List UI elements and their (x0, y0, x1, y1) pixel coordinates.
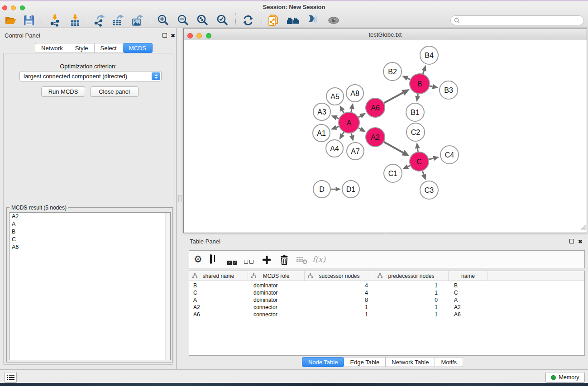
tab-network-table[interactable]: Network Table (386, 357, 435, 367)
node-table[interactable]: shared name MCDS role successor nodes pr… (189, 271, 585, 356)
table-cell[interactable]: dominator (248, 282, 305, 289)
gear-icon[interactable]: ⚙ (194, 254, 202, 264)
table-cell[interactable]: connector (248, 311, 305, 318)
column-header-shared-name[interactable]: shared name (189, 271, 248, 281)
mcds-result-list[interactable]: A2ABCA6 (9, 212, 171, 360)
tab-motifs[interactable]: Motifs (435, 357, 463, 367)
tab-node-table[interactable]: Node Table (302, 357, 344, 367)
table-row[interactable]: Adominator80A (189, 296, 584, 304)
result-item[interactable]: B (10, 228, 170, 236)
network-canvas[interactable]: B4B2BB3B1A5A8A3A6AA1A4A7A2C2CC4C1C3DD1 (184, 41, 587, 233)
tab-style[interactable]: Style (69, 43, 95, 53)
tab-edge-table[interactable]: Edge Table (344, 357, 386, 367)
edge-C-C1[interactable] (408, 166, 410, 167)
zoom-selected-icon[interactable] (216, 14, 229, 27)
table-cell[interactable]: A (189, 296, 248, 304)
edge-A-A8[interactable] (351, 109, 352, 112)
edge-A-A5[interactable] (343, 110, 344, 113)
hide-details-icon[interactable] (306, 14, 319, 27)
close-panel-icon[interactable]: ✖ (171, 33, 175, 38)
refresh-icon[interactable] (242, 14, 254, 27)
clone-network-icon[interactable] (268, 14, 280, 27)
table-cell[interactable]: 1 (305, 311, 374, 318)
add-column-icon[interactable] (262, 255, 272, 267)
table-cell[interactable]: C (449, 289, 488, 296)
float-panel-icon[interactable] (163, 33, 167, 38)
table-cell[interactable]: B (449, 282, 488, 289)
result-item[interactable]: A2 (10, 213, 170, 220)
edge-A-A2[interactable] (359, 128, 360, 129)
table-cell[interactable]: B (189, 282, 248, 289)
import-network-icon[interactable] (48, 14, 61, 27)
splitter-grip-vertical[interactable] (178, 195, 182, 202)
import-table-icon[interactable] (69, 14, 81, 27)
close-panel-button[interactable]: Close panel (90, 86, 139, 97)
split-panel-icon[interactable] (210, 255, 212, 263)
table-cell[interactable]: 1 (374, 311, 449, 318)
edge-A-A6[interactable] (359, 116, 361, 117)
table-row[interactable]: A2connector11A2 (189, 304, 584, 311)
edge-A-A1[interactable] (336, 126, 339, 127)
table-cell[interactable]: dominator (248, 289, 305, 296)
memory-button[interactable]: Memory (545, 372, 585, 383)
result-item[interactable]: C (10, 236, 170, 243)
export-network-icon[interactable] (93, 14, 105, 27)
table-row[interactable]: Bdominator41B (189, 282, 584, 289)
export-image-icon[interactable] (131, 14, 144, 27)
tab-mcds[interactable]: MCDS (123, 43, 153, 53)
edge-A6-B[interactable] (384, 93, 403, 103)
network-window-titlebar[interactable]: testGlobe.txt (184, 29, 587, 40)
home-icon[interactable] (287, 14, 299, 27)
edge-A-A3[interactable] (337, 118, 339, 119)
select-all-icon[interactable]: ✓✓ (227, 257, 238, 266)
table-cell[interactable]: dominator (248, 296, 305, 304)
criterion-select[interactable]: largest connected component (directed) (19, 71, 162, 81)
result-item[interactable]: A (10, 220, 170, 228)
table-cell[interactable]: 1 (374, 282, 449, 289)
table-cell[interactable]: connector (248, 304, 305, 311)
eye-icon[interactable] (327, 14, 339, 27)
table-cell[interactable]: A2 (189, 304, 248, 311)
edge-B-B2[interactable] (407, 78, 410, 80)
open-file-icon[interactable] (4, 14, 17, 27)
edge-A-A7[interactable] (351, 133, 352, 135)
resize-grip-icon[interactable] (580, 224, 586, 232)
edge-B-B3[interactable] (430, 86, 432, 86)
save-session-icon[interactable] (23, 14, 35, 27)
table-cell[interactable]: 1 (305, 304, 374, 311)
table-cell[interactable]: 0 (374, 296, 449, 304)
result-scrollbar[interactable] (165, 213, 170, 360)
unselect-all-icon[interactable] (244, 257, 255, 266)
table-cell[interactable]: A6 (189, 311, 248, 318)
edge-C-C3[interactable] (422, 171, 424, 175)
table-cell[interactable]: C (189, 289, 248, 296)
tab-network[interactable]: Network (35, 43, 69, 53)
task-history-button[interactable] (5, 372, 17, 383)
edge-C-C2[interactable] (417, 148, 418, 152)
zoom-out-icon[interactable] (177, 14, 190, 27)
export-table-icon[interactable] (112, 14, 124, 27)
table-cell[interactable]: A (449, 296, 488, 304)
column-header-mcds-role[interactable]: MCDS role (248, 271, 305, 281)
table-cell[interactable]: 4 (305, 282, 374, 289)
edge-B-B4[interactable] (423, 71, 424, 74)
tab-select[interactable]: Select (95, 43, 123, 53)
table-cell[interactable]: 4 (305, 289, 374, 296)
table-row[interactable]: Cdominator41C (189, 289, 584, 296)
function-builder-icon[interactable]: f(x) (312, 255, 325, 264)
table-cell[interactable]: 8 (305, 296, 374, 304)
table-cell[interactable]: A6 (449, 311, 488, 318)
zoom-fit-icon[interactable] (196, 14, 209, 27)
table-cell[interactable]: 1 (374, 304, 449, 311)
run-mcds-button[interactable]: Run MCDS (41, 86, 85, 97)
edge-C-C4[interactable] (429, 158, 433, 159)
delete-column-icon[interactable] (279, 254, 289, 267)
edge-A-A4[interactable] (342, 132, 344, 134)
column-header-successor-nodes[interactable]: successor nodes (305, 271, 374, 281)
search-input[interactable] (462, 17, 583, 24)
delete-table-icon[interactable] (296, 257, 308, 267)
zoom-in-icon[interactable] (157, 14, 170, 27)
table-row[interactable]: A6connector11A6 (189, 311, 584, 318)
float-table-panel-icon[interactable] (569, 239, 574, 243)
column-header-name[interactable]: name (449, 271, 488, 281)
